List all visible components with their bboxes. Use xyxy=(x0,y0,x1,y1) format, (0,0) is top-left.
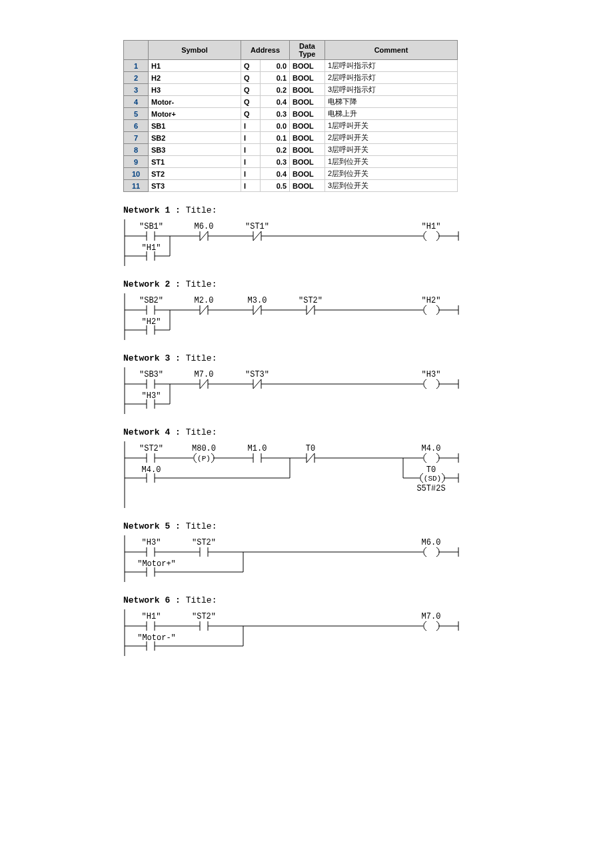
row-sym: H1 xyxy=(149,60,241,72)
table-row: 7SB2I0.1BOOL2层呼叫开关 xyxy=(124,132,458,144)
c5: "H1" xyxy=(142,243,161,253)
net1-sub: Title: xyxy=(186,205,217,215)
svg-text:(SD): (SD) xyxy=(424,475,441,483)
table-row: 4Motor-Q0.4BOOL电梯下降 xyxy=(124,96,458,108)
svg-text:"H2": "H2" xyxy=(142,317,161,327)
svg-line-61 xyxy=(253,379,261,389)
c3: "ST1" xyxy=(245,222,269,231)
network-6-title: Network 6 : Title: xyxy=(123,595,613,605)
row-dt: BOOL xyxy=(290,60,325,72)
svg-line-31 xyxy=(253,305,261,315)
table-row: 8SB3I0.2BOOL3层呼叫开关 xyxy=(124,144,458,156)
svg-text:"SB3": "SB3" xyxy=(139,370,163,379)
net1-label: Network 1 : xyxy=(123,205,181,215)
svg-text:M3.0: M3.0 xyxy=(248,296,267,305)
col-address: Address xyxy=(241,41,290,60)
svg-text:"H2": "H2" xyxy=(422,296,441,305)
row-idx: 1 xyxy=(124,60,149,72)
svg-line-11 xyxy=(253,231,261,241)
ladder-network-6: "H1" "ST2" M7.0 "Motor-" xyxy=(123,609,460,656)
row-a1: Q xyxy=(241,60,261,72)
svg-text:"Motor+": "Motor+" xyxy=(137,559,176,569)
table-header-row: Symbol Address Data Type Comment xyxy=(124,41,458,60)
svg-line-27 xyxy=(200,305,208,315)
svg-text:"ST2": "ST2" xyxy=(192,612,216,621)
svg-text:M7.0: M7.0 xyxy=(195,370,214,379)
svg-text:M80.0: M80.0 xyxy=(192,444,216,453)
network-5-title: Network 5 : Title: xyxy=(123,521,613,531)
symbol-table: Symbol Address Data Type Comment 1H1Q0.0… xyxy=(123,40,458,192)
table-row: 6SB1I0.0BOOL1层呼叫开关 xyxy=(124,120,458,132)
network-3-title: Network 3 : Title: xyxy=(123,353,613,363)
svg-text:"H1": "H1" xyxy=(142,612,161,621)
svg-text:"H3": "H3" xyxy=(142,391,161,401)
svg-line-35 xyxy=(306,305,314,315)
col-symbol: Symbol xyxy=(149,41,241,60)
svg-text:M4.0: M4.0 xyxy=(142,465,161,475)
svg-text:"ST3": "ST3" xyxy=(245,370,269,379)
svg-line-57 xyxy=(200,379,208,389)
svg-text:"ST2": "ST2" xyxy=(299,296,322,305)
svg-text:(P): (P) xyxy=(197,455,211,463)
col-datatype: Data Type xyxy=(290,41,325,60)
table-row: 1H1Q0.0BOOL1层呼叫指示灯 xyxy=(124,60,458,72)
svg-text:M2.0: M2.0 xyxy=(195,296,214,305)
ladder-network-1: "SB1" M6.0 "ST1" "H1" "H1" xyxy=(123,219,460,266)
svg-text:M7.0: M7.0 xyxy=(422,612,441,621)
ladder-network-3: "SB3" M7.0 "ST3" "H3" "H3" xyxy=(123,367,460,414)
table-row: 3H3Q0.2BOOL3层呼叫指示灯 xyxy=(124,84,458,96)
col-index xyxy=(124,41,149,60)
table-row: 10ST2I0.4BOOL2层到位开关 xyxy=(124,168,458,180)
ladder-network-2: "SB2" M2.0 M3.0 "ST2" "H2" "H2" xyxy=(123,293,460,340)
svg-text:M1.0: M1.0 xyxy=(248,444,267,453)
svg-text:"Motor-": "Motor-" xyxy=(137,633,176,643)
table-row: 9ST1I0.3BOOL1层到位开关 xyxy=(124,156,458,168)
svg-text:"H3": "H3" xyxy=(422,370,441,379)
c1: "SB1" xyxy=(139,222,163,231)
row-a2: 0.0 xyxy=(261,60,290,72)
svg-text:T0: T0 xyxy=(306,444,315,453)
svg-text:"H3": "H3" xyxy=(142,538,161,547)
table-row: 5Motor+Q0.3BOOL电梯上升 xyxy=(124,108,458,120)
svg-text:"ST2": "ST2" xyxy=(192,538,216,547)
svg-line-86 xyxy=(306,453,314,463)
table-row: 11ST3I0.5BOOL3层到位开关 xyxy=(124,180,458,192)
c2: M6.0 xyxy=(195,222,214,231)
svg-line-7 xyxy=(200,231,208,241)
ladder-network-5: "H3" "ST2" M6.0 "Motor+" xyxy=(123,535,460,582)
network-2-title: Network 2 : Title: xyxy=(123,279,613,289)
ladder-network-4: "ST2" M80.0 M1.0 T0 M4.0 M4.0 T0 (SD) S5… xyxy=(123,441,460,508)
svg-text:M4.0: M4.0 xyxy=(422,444,441,453)
svg-text:"ST2": "ST2" xyxy=(139,444,163,453)
svg-text:S5T#2S: S5T#2S xyxy=(416,484,445,493)
svg-text:"SB2": "SB2" xyxy=(139,296,163,305)
c4: "H1" xyxy=(422,222,441,231)
network-4-title: Network 4 : Title: xyxy=(123,427,613,437)
table-row: 2H2Q0.1BOOL2层呼叫指示灯 xyxy=(124,72,458,84)
svg-text:T0: T0 xyxy=(426,465,436,475)
col-comment: Comment xyxy=(325,41,458,60)
svg-text:M6.0: M6.0 xyxy=(422,538,441,547)
row-cm: 1层呼叫指示灯 xyxy=(325,60,458,72)
network-1-title: Network 1 : Title: xyxy=(123,205,613,215)
